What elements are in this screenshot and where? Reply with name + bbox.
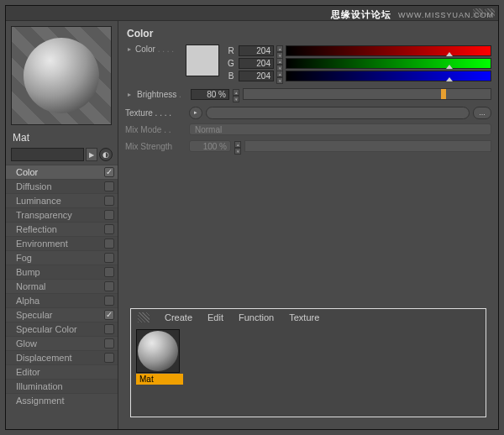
channel-row-diffusion[interactable]: Diffusion (6, 179, 118, 193)
channel-toggle[interactable] (104, 296, 114, 306)
panel-grip-icon[interactable] (138, 312, 150, 322)
expand-icon[interactable] (8, 268, 16, 276)
expand-icon[interactable] (8, 396, 16, 405)
expand-icon[interactable] (8, 368, 16, 376)
expand-icon[interactable] (8, 311, 16, 319)
channel-toggle[interactable] (104, 253, 114, 263)
expand-icon[interactable]: ▸ (125, 90, 134, 98)
channel-row-bump[interactable]: Bump (6, 265, 118, 279)
channel-label: Glow (16, 338, 104, 349)
expand-icon[interactable] (8, 339, 16, 348)
channel-label: Bump (16, 267, 104, 277)
g-value-input[interactable]: 204 (239, 58, 274, 69)
channel-row-glow[interactable]: Glow (6, 336, 118, 350)
channel-toggle[interactable] (104, 310, 114, 320)
channel-row-fog[interactable]: Fog (6, 250, 118, 265)
channel-toggle[interactable] (104, 167, 114, 177)
mix-mode-select: Normal (189, 123, 491, 135)
expand-icon[interactable]: ▸ (125, 45, 134, 54)
channel-row-normal[interactable]: Normal (6, 279, 118, 293)
expand-icon[interactable] (8, 354, 16, 362)
channel-toggle[interactable] (104, 196, 114, 206)
channel-toggle[interactable] (104, 224, 114, 234)
channel-row-displacement[interactable]: Displacement (6, 350, 118, 364)
r-slider[interactable] (286, 45, 491, 56)
channel-toggle[interactable] (104, 324, 114, 334)
expand-icon[interactable] (8, 182, 16, 191)
brightness-slider[interactable] (243, 88, 491, 100)
channel-label: Displacement (16, 353, 104, 363)
material-item-label[interactable]: Mat (136, 374, 183, 385)
expand-icon[interactable] (8, 296, 16, 305)
r-value-input[interactable]: 204 (239, 45, 274, 56)
mix-strength-spinner: ▴▾ (234, 141, 241, 152)
channel-label: Environment (16, 238, 104, 249)
channel-row-specular-color[interactable]: Specular Color (6, 322, 118, 336)
channel-toggle[interactable] (104, 281, 114, 291)
material-name-input[interactable] (11, 148, 84, 161)
b-spinner[interactable]: ▴▾ (276, 71, 283, 81)
channel-label: Diffusion (16, 181, 104, 191)
texture-label: Texture . . . . (125, 108, 186, 118)
b-label: B (226, 71, 236, 81)
g-spinner[interactable]: ▴▾ (276, 58, 283, 69)
menu-function[interactable]: Function (239, 312, 274, 322)
b-value-input[interactable]: 204 (239, 71, 274, 81)
watermark-cn: 思缘设计论坛 (331, 9, 391, 19)
material-name-label: Mat (6, 130, 118, 147)
texture-field[interactable] (206, 107, 470, 119)
channel-toggle (104, 367, 114, 377)
channel-label: Specular (16, 310, 104, 320)
channel-row-illumination[interactable]: Illumination (6, 379, 118, 393)
expand-icon[interactable] (8, 325, 16, 333)
brightness-spinner[interactable]: ▴▾ (233, 89, 239, 100)
expand-icon[interactable] (8, 254, 16, 262)
channel-row-specular[interactable]: Specular (6, 307, 118, 322)
channel-label: Specular Color (16, 324, 104, 334)
channel-toggle[interactable] (104, 210, 114, 220)
menu-texture[interactable]: Texture (289, 312, 319, 322)
channel-label: Assignment (16, 396, 104, 406)
channel-toggle[interactable] (104, 181, 114, 191)
channel-row-assignment[interactable]: Assignment (6, 393, 118, 407)
expand-icon[interactable] (8, 225, 16, 233)
g-slider[interactable] (286, 58, 491, 69)
expand-icon[interactable] (8, 211, 16, 219)
channel-row-luminance[interactable]: Luminance (6, 193, 118, 207)
section-title: Color (125, 24, 491, 45)
mix-strength-slider (244, 140, 491, 152)
link-target-button[interactable]: ◐ (99, 148, 113, 161)
channel-toggle[interactable] (104, 267, 114, 277)
texture-browse-button[interactable]: ... (473, 107, 491, 119)
b-slider[interactable] (286, 71, 491, 81)
expand-icon[interactable] (8, 168, 16, 176)
expand-icon[interactable] (8, 282, 16, 291)
menu-edit[interactable]: Edit (207, 312, 223, 322)
channel-list: ColorDiffusionLuminanceTransparencyRefle… (6, 165, 118, 429)
channel-row-alpha[interactable]: Alpha (6, 293, 118, 307)
texture-pick-button[interactable]: ▸ (189, 107, 202, 119)
channel-label: Fog (16, 253, 104, 263)
channel-label: Illumination (16, 381, 104, 391)
expand-icon[interactable] (8, 197, 16, 205)
channel-row-transparency[interactable]: Transparency (6, 207, 118, 222)
material-item[interactable]: Mat (136, 329, 183, 385)
channel-row-color[interactable]: Color (6, 165, 118, 179)
channel-label: Luminance (16, 196, 104, 206)
color-label: Color . . . . (135, 45, 179, 54)
channel-toggle[interactable] (104, 338, 114, 349)
channel-toggle[interactable] (104, 238, 114, 249)
expand-icon[interactable] (8, 382, 16, 390)
brightness-value-input[interactable]: 80 % (191, 89, 229, 100)
color-swatch[interactable] (186, 45, 219, 76)
channel-toggle[interactable] (104, 353, 114, 363)
channel-row-environment[interactable]: Environment (6, 236, 118, 250)
channel-row-reflection[interactable]: Reflection (6, 222, 118, 236)
preview-box[interactable] (11, 26, 112, 125)
channel-row-editor[interactable]: Editor (6, 364, 118, 379)
expand-icon[interactable] (8, 239, 16, 248)
r-spinner[interactable]: ▴▾ (276, 45, 283, 56)
material-thumb[interactable] (136, 329, 180, 373)
menu-create[interactable]: Create (165, 312, 192, 322)
nav-arrow-button[interactable]: ▶ (86, 148, 97, 161)
